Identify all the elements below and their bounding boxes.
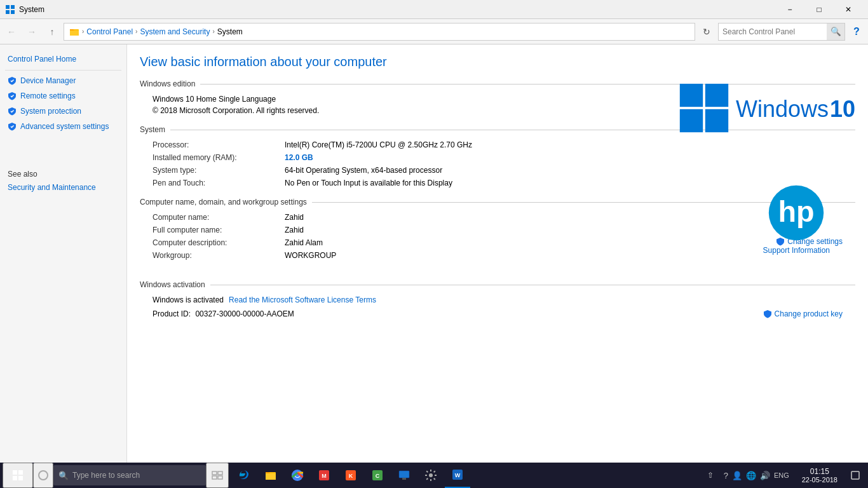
explorer-icon [264,469,277,482]
notification-icon [851,471,860,480]
taskbar-app-word[interactable]: W [445,463,470,488]
close-button[interactable]: ✕ [834,0,863,19]
taskbar-app-explorer[interactable] [258,463,283,488]
sidebar-label-remote-settings: Remote settings [20,92,76,100]
main-layout: Control Panel Home Device Manager Remote… [0,44,868,463]
notification-button[interactable] [845,463,865,488]
sidebar-item-remote-settings[interactable]: Remote settings [0,88,126,104]
breadcrumb-sep-3: › [212,28,214,35]
svg-text:M: M [322,473,327,479]
processor-label: Processor: [153,140,280,149]
svg-rect-1 [11,5,15,9]
support-info-link[interactable]: Support Information [763,246,830,255]
svg-rect-31 [402,478,406,480]
tray-network-icon[interactable]: 🌐 [746,471,756,480]
activation-row: Windows is activated Read the Microsoft … [153,295,843,304]
svg-text:W: W [455,472,461,478]
help-button[interactable]: ? [848,23,865,41]
full-comp-name-value: Zahid [285,226,750,234]
svg-rect-0 [6,5,10,9]
maximize-button[interactable]: □ [804,0,834,19]
svg-rect-12 [18,470,23,475]
svg-rect-6 [705,84,728,107]
breadcrumb-sep-1: › [82,28,84,35]
taskbar-app-edge[interactable] [231,463,257,488]
license-link[interactable]: Read the Microsoft Software License Term… [229,295,376,304]
shield-icon-3 [8,107,17,116]
sidebar-item-device-manager[interactable]: Device Manager [0,73,126,88]
taskbar-app-4[interactable]: M [311,463,337,488]
tray-help-icon[interactable]: ? [724,471,728,480]
taskbar-app-chrome[interactable] [285,463,310,488]
clock-date: 22-05-2018 [802,476,837,484]
activation-status: Windows is activated [153,295,224,304]
breadcrumb-control-panel[interactable]: Control Panel [86,27,133,36]
breadcrumb-sep-2: › [135,28,137,35]
search-input[interactable] [719,27,827,36]
back-button[interactable]: ← [3,23,20,41]
svg-rect-8 [705,109,728,132]
tray-user-icon[interactable]: 👤 [732,471,742,480]
sidebar-item-system-protection[interactable]: System protection [0,104,126,119]
taskbar-app-7[interactable] [391,463,417,488]
taskbar-search-icon: 🔍 [58,471,69,480]
taskbar-search-text: Type here to search [72,471,140,480]
app5-icon: K [344,469,357,482]
system-tray: ? 👤 🌐 🔊 ENG [719,471,794,480]
product-id-full: Product ID: 00327-30000-00000-AAOEM [153,309,294,318]
taskbar-search[interactable]: 🔍 Type here to search [53,465,206,485]
workgroup-label: Workgroup: [153,251,280,260]
tray-sound-icon[interactable]: 🔊 [760,471,770,480]
shield-icon-2 [8,92,17,100]
chrome-icon [291,469,304,482]
svg-rect-19 [218,476,222,479]
task-view-button[interactable] [206,463,229,488]
window-title: System [19,5,775,14]
change-product-key-link[interactable]: Change product key [763,309,843,318]
hp-logo-area: hp Support Information [763,184,830,255]
tray-lang-label[interactable]: ENG [774,471,789,479]
taskbar-app-6[interactable]: C [365,463,390,488]
breadcrumb-system-security[interactable]: System and Security [140,27,210,36]
svg-rect-30 [399,471,409,478]
app7-icon [398,469,410,482]
see-also-security[interactable]: Security and Maintenance [0,181,126,194]
system-label: System [140,125,165,134]
svg-text:hp: hp [778,195,815,228]
comp-name-label: Computer name: [153,213,280,222]
computer-name-header: Computer name, domain, and workgroup set… [140,198,855,207]
start-button[interactable] [3,463,33,488]
svg-rect-18 [212,476,217,479]
system-type-label: System type: [153,166,280,175]
svg-rect-17 [218,471,222,475]
win10-number: 10 [830,96,855,123]
up-button[interactable]: ↑ [43,23,61,41]
breadcrumb[interactable]: › Control Panel › System and Security › … [64,23,695,41]
taskbar-right: ⇧ ? 👤 🌐 🔊 ENG 01:15 22-05-2018 [705,463,865,488]
sidebar-home-link[interactable]: Control Panel Home [0,51,126,67]
product-id-label: Product ID: [153,309,191,318]
forward-button[interactable]: → [23,23,41,41]
sidebar-label-device-manager: Device Manager [20,76,76,85]
comp-desc-value: Zahid Alam [285,238,750,247]
svg-point-15 [39,471,48,480]
minimize-button[interactable]: − [775,0,804,19]
win10-windows-word: Windows [736,96,829,123]
search-submit-button[interactable]: 🔍 [827,24,844,40]
clock-time: 01:15 [810,467,829,476]
taskbar-app-5[interactable]: K [338,463,363,488]
taskbar-app-settings[interactable] [418,463,444,488]
windows-edition-label: Windows edition [140,79,195,88]
svg-text:K: K [349,473,353,479]
svg-rect-5 [680,84,703,107]
start-icon [12,470,24,481]
pen-touch-value: No Pen or Touch Input is available for t… [285,179,843,187]
clock-area[interactable]: 01:15 22-05-2018 [797,467,843,484]
sidebar-item-advanced-settings[interactable]: Advanced system settings [0,119,126,134]
tray-expand-button[interactable]: ⇧ [705,471,716,480]
cortana-button[interactable] [33,463,53,488]
folder-icon [69,27,79,37]
sidebar-divider [5,70,121,71]
refresh-button[interactable]: ↻ [698,23,715,41]
windows-logo-svg [679,83,729,133]
